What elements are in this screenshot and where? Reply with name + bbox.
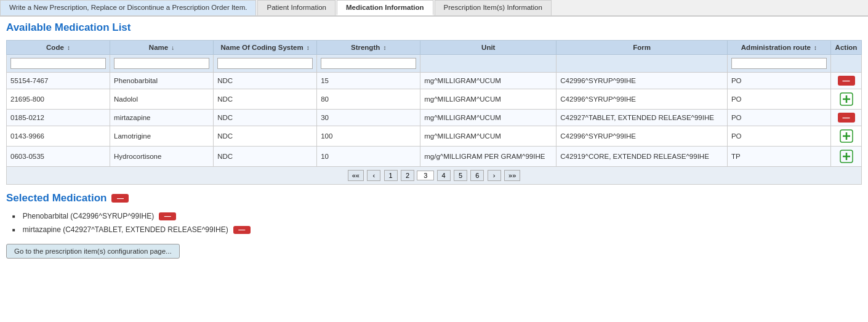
- tab-prescription[interactable]: Prescription Item(s) Information: [435, 0, 552, 15]
- col-action: Action: [831, 41, 862, 55]
- cell-unit: mg^MILLIGRAM^UCUM: [420, 126, 557, 147]
- filter-strength-input[interactable]: [321, 58, 416, 69]
- pagination: «« ‹ 1 2 4 5 6 › »»: [6, 167, 862, 185]
- col-unit: Unit: [420, 41, 557, 55]
- add-row-button[interactable]: [840, 92, 853, 106]
- cell-admin-route: TP: [727, 147, 830, 167]
- cell-name: Lamotrigine: [110, 126, 214, 147]
- cell-name: Phenobarbital: [110, 73, 214, 89]
- col-coding-system: Name Of Coding System ↕: [214, 41, 317, 55]
- available-list-title: Available Medication List: [6, 22, 862, 34]
- cell-code: 0143-9966: [7, 126, 110, 147]
- tab-patient[interactable]: Patient Information: [257, 0, 336, 15]
- col-form: Form: [557, 41, 728, 55]
- pagination-page-6[interactable]: 6: [470, 170, 484, 181]
- name-sort-icon[interactable]: ↓: [171, 44, 174, 51]
- cell-name: Nadolol: [110, 89, 214, 110]
- admin-sort-icon[interactable]: ↕: [814, 44, 817, 51]
- table-row: 55154-7467PhenobarbitalNDC15mg^MILLIGRAM…: [7, 73, 862, 89]
- selected-list: Phenobarbital (C42996^SYRUP^99IHE) mirta…: [6, 209, 862, 236]
- cell-unit: mg/g^MILLIGRAM PER GRAM^99IHE: [420, 147, 557, 167]
- col-code: Code ↕: [7, 41, 110, 55]
- cell-code: 55154-7467: [7, 73, 110, 89]
- selected-item-1-label: Phenobarbital (C42996^SYRUP^99IHE): [23, 212, 154, 220]
- remove-phenobarbital-button[interactable]: [159, 212, 176, 220]
- go-to-prescription-button[interactable]: Go to the prescription item(s) configura…: [6, 244, 180, 259]
- cell-strength: 10: [317, 147, 420, 167]
- pagination-prev[interactable]: ‹: [367, 170, 380, 181]
- selected-remove-button[interactable]: [111, 194, 129, 203]
- pagination-first[interactable]: ««: [348, 170, 364, 181]
- cell-strength: 30: [317, 110, 420, 126]
- cell-admin-route: PO: [727, 73, 830, 89]
- table-row: 0185-0212mirtazapineNDC30mg^MILLIGRAM^UC…: [7, 110, 862, 126]
- col-name: Name ↓: [110, 41, 214, 55]
- cell-form: C42996^SYRUP^99IHE: [557, 89, 728, 110]
- pagination-next[interactable]: ›: [488, 170, 501, 181]
- pagination-page-1[interactable]: 1: [384, 170, 398, 181]
- cell-action: [831, 126, 862, 147]
- cell-action: [831, 73, 862, 89]
- col-strength: Strength ↕: [317, 41, 420, 55]
- selected-item-1: Phenobarbital (C42996^SYRUP^99IHE): [6, 209, 862, 223]
- cell-coding-system: NDC: [214, 110, 317, 126]
- cell-coding-system: NDC: [214, 126, 317, 147]
- selected-item-2-label: mirtazapine (C42927^TABLET, EXTENDED REL…: [23, 225, 228, 234]
- selected-title: Selected Medication: [6, 192, 106, 204]
- cell-strength: 15: [317, 73, 420, 89]
- cell-name: Hydrocortisone: [110, 147, 214, 167]
- add-row-button[interactable]: [840, 129, 853, 143]
- cell-admin-route: PO: [727, 110, 830, 126]
- add-row-button[interactable]: [840, 150, 853, 163]
- cell-coding-system: NDC: [214, 147, 317, 167]
- cell-coding-system: NDC: [214, 89, 317, 110]
- filter-coding-input[interactable]: [217, 58, 313, 69]
- cell-coding-system: NDC: [214, 73, 317, 89]
- cell-form: C42919^CORE, EXTENDED RELEASE^99IHE: [557, 147, 728, 167]
- filter-admin-input[interactable]: [731, 58, 827, 69]
- cell-form: C42927^TABLET, EXTENDED RELEASE^99IHE: [557, 110, 728, 126]
- remove-row-button[interactable]: [838, 113, 855, 123]
- cell-strength: 80: [317, 89, 420, 110]
- code-sort-icon[interactable]: ↕: [67, 44, 70, 51]
- cell-admin-route: PO: [727, 126, 830, 147]
- strength-sort-icon[interactable]: ↕: [383, 44, 386, 51]
- pagination-page-2[interactable]: 2: [401, 170, 414, 181]
- table-header-row: Code ↕ Name ↓ Name Of Coding System ↕ St…: [7, 41, 862, 55]
- pagination-last[interactable]: »»: [504, 170, 520, 181]
- cell-action: [831, 89, 862, 110]
- filter-name-input[interactable]: [114, 58, 209, 69]
- cell-unit: mg^MILLIGRAM^UCUM: [420, 73, 557, 89]
- cell-name: mirtazapine: [110, 110, 214, 126]
- cell-action: [831, 110, 862, 126]
- filter-row: [7, 55, 862, 73]
- filter-code-input[interactable]: [10, 58, 106, 69]
- cell-code: 21695-800: [7, 89, 110, 110]
- remove-row-button[interactable]: [838, 76, 855, 86]
- cell-form: C42996^SYRUP^99IHE: [557, 73, 728, 89]
- cell-unit: mg^MILLIGRAM^UCUM: [420, 89, 557, 110]
- cell-action: [831, 147, 862, 167]
- pagination-page-4[interactable]: 4: [437, 170, 451, 181]
- cell-strength: 100: [317, 126, 420, 147]
- medication-table: Code ↕ Name ↓ Name Of Coding System ↕ St…: [6, 40, 862, 167]
- table-row: 21695-800NadololNDC80mg^MILLIGRAM^UCUMC4…: [7, 89, 862, 110]
- main-content: Available Medication List Code ↕ Name ↓ …: [0, 17, 868, 264]
- cell-code: 0603-0535: [7, 147, 110, 167]
- coding-sort-icon[interactable]: ↕: [307, 44, 310, 51]
- selected-section: Selected Medication Phenobarbital (C4299…: [6, 192, 862, 259]
- cell-form: C42996^SYRUP^99IHE: [557, 126, 728, 147]
- tab-bar: Write a New Prescription, Replace or Dis…: [0, 0, 868, 17]
- table-row: 0603-0535HydrocortisoneNDC10mg/g^MILLIGR…: [7, 147, 862, 167]
- selected-item-2: mirtazapine (C42927^TABLET, EXTENDED REL…: [6, 223, 862, 236]
- tab-write[interactable]: Write a New Prescription, Replace or Dis…: [0, 0, 256, 15]
- remove-mirtazapine-button[interactable]: [233, 226, 251, 234]
- pagination-page-5[interactable]: 5: [454, 170, 467, 181]
- tab-medication[interactable]: Medication Information: [337, 0, 433, 15]
- selected-title-row: Selected Medication: [6, 192, 862, 204]
- cell-unit: mg^MILLIGRAM^UCUM: [420, 110, 557, 126]
- pagination-current-page-input[interactable]: [417, 171, 434, 180]
- table-row: 0143-9966LamotrigineNDC100mg^MILLIGRAM^U…: [7, 126, 862, 147]
- col-admin-route: Administration route ↕: [727, 41, 830, 55]
- cell-code: 0185-0212: [7, 110, 110, 126]
